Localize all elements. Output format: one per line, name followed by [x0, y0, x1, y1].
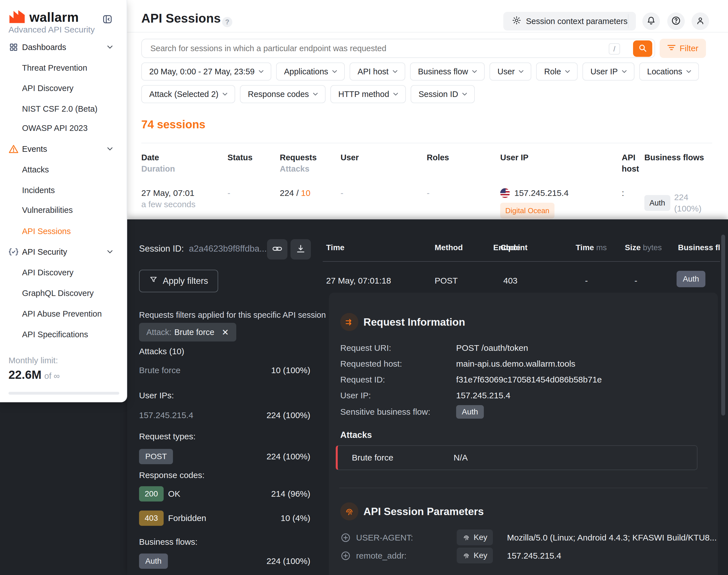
col-api-host[interactable]: APIhost — [622, 152, 644, 174]
attack-detail-row[interactable]: Brute force N/A — [336, 445, 697, 470]
sidebar-item-owasp-api[interactable]: OWASP API 2023 — [0, 120, 127, 137]
cell-roles: - — [427, 188, 500, 218]
close-icon[interactable]: ✕ — [222, 327, 229, 337]
applications-filter[interactable]: Applications — [276, 63, 345, 80]
chevron-down-icon — [107, 249, 112, 255]
gear-icon — [512, 15, 521, 27]
header-divider — [127, 32, 728, 33]
search-input[interactable] — [150, 44, 655, 53]
sidebar-group-events[interactable]: Events — [0, 140, 127, 158]
col-time-ms[interactable]: Time ms — [576, 243, 607, 252]
download-icon — [296, 244, 306, 255]
col-endpoint-code[interactable]: Endpoint Code — [479, 243, 542, 255]
us-flag-icon — [500, 188, 510, 198]
request-row-time[interactable]: 27 May, 07:01:18 — [326, 276, 391, 285]
remote-addr-param-row: remote_addr: Key 157.245.215.4 — [340, 548, 706, 565]
date-range-filter[interactable]: 20 May, 0:00 - 27 May, 23:59 — [141, 63, 271, 80]
col-business-flows-dark[interactable]: Business fl — [678, 243, 720, 252]
response-code-403-row[interactable]: 403 Forbidden 10 (4%) — [139, 511, 310, 526]
col-time[interactable]: Time — [326, 243, 345, 252]
sidebar-item-api-discovery-2[interactable]: API Discovery — [0, 264, 127, 281]
sensitive-flow-row: Sensitive business flow: Auth — [340, 404, 706, 420]
request-type-stat-row[interactable]: POST 224 (100%) — [139, 449, 310, 464]
sidebar-group-dashboards[interactable]: Dashboards — [0, 39, 127, 56]
sidebar-item-threat-prevention[interactable]: Threat Prevention — [0, 59, 127, 76]
sidebar-item-graphql-discovery[interactable]: GraphQL Discovery — [0, 285, 127, 302]
col-roles[interactable]: Roles — [427, 152, 500, 174]
sidebar-item-nist-csf[interactable]: NIST CSF 2.0 (Beta) — [0, 100, 127, 117]
sidebar-item-api-discovery[interactable]: API Discovery — [0, 80, 127, 97]
col-user[interactable]: User — [341, 152, 427, 174]
request-row-size: - — [634, 276, 637, 285]
user-ip-filter[interactable]: User IP — [583, 63, 634, 80]
search-button[interactable] — [633, 40, 652, 57]
col-date[interactable]: DateDuration — [141, 152, 228, 174]
attack-filter[interactable]: Attack (Selected 2) — [141, 85, 235, 103]
col-status[interactable]: Status — [228, 152, 280, 174]
person-icon — [695, 16, 705, 27]
circle-plus-icon[interactable] — [340, 550, 351, 562]
attack-filter-chip[interactable]: Attack: Brute force ✕ — [139, 323, 236, 341]
help-button[interactable] — [667, 12, 685, 30]
business-flow-filter[interactable]: Business flow — [410, 63, 485, 80]
apply-filters-label: Apply filters — [163, 276, 208, 286]
http-method-filter[interactable]: HTTP method — [331, 85, 406, 103]
cell-api-host: : — [622, 188, 644, 218]
attack-stat-row[interactable]: Brute force 10 (100%) — [139, 366, 310, 375]
search-shortcut-key: / — [609, 43, 620, 55]
sidebar-item-api-abuse-prevention[interactable]: API Abuse Prevention — [0, 305, 127, 322]
locations-filter[interactable]: Locations — [639, 63, 699, 80]
filter-button[interactable]: Filter — [660, 39, 706, 58]
sidebar-item-api-specifications[interactable]: API Specifications — [0, 326, 127, 343]
user-ip-stat-row[interactable]: 157.245.215.4 224 (100%) — [139, 410, 310, 420]
col-user-ip[interactable]: User IP — [500, 152, 622, 174]
api-host-filter[interactable]: API host — [350, 63, 405, 80]
brand-name[interactable]: wallarm — [29, 10, 79, 25]
collapse-sidebar-button[interactable] — [102, 13, 113, 25]
header-vertical-divider — [628, 14, 628, 28]
grid-icon — [8, 42, 19, 52]
card-divider — [339, 488, 708, 488]
request-info-title: Request Information — [363, 316, 465, 328]
session-id-filter[interactable]: Session ID — [411, 85, 475, 103]
download-button[interactable] — [290, 239, 311, 260]
bell-icon — [646, 16, 656, 27]
session-id-label: Session ID: — [139, 244, 184, 254]
notifications-button[interactable] — [643, 12, 660, 30]
sidebar-item-incidents[interactable]: Incidents — [0, 182, 127, 199]
user-agent-param-row: USER-AGENT: Key Mozilla/5.0 (Linux; Andr… — [340, 530, 706, 546]
col-requests[interactable]: RequestsAttacks — [280, 152, 341, 174]
cell-date: 27 May, 07:01a few seconds — [141, 188, 228, 218]
link-icon — [272, 243, 283, 255]
session-row[interactable]: 27 May, 07:01a few seconds - 224 / 10 - … — [141, 174, 712, 218]
sidebar-item-vulnerabilities[interactable]: Vulnerabilities — [0, 202, 127, 218]
copy-link-button[interactable] — [267, 239, 287, 260]
sidebar-item-api-sessions[interactable]: API Sessions — [0, 223, 127, 240]
search-bar: / — [141, 39, 655, 58]
response-codes-filter[interactable]: Response codes — [240, 85, 325, 103]
cell-user-ip: 157.245.215.4 Digital Ocean — [500, 188, 622, 218]
session-context-parameters-button[interactable]: Session context parameters — [503, 12, 636, 31]
session-id-row: Session ID: a2a4623b9f8ffdba... — [139, 244, 267, 254]
user-filter[interactable]: User — [489, 63, 531, 80]
role-filter[interactable]: Role — [536, 63, 578, 80]
col-method[interactable]: Method — [435, 243, 463, 252]
session-id-value[interactable]: a2a4623b9f8ffdba... — [189, 244, 267, 254]
key-badge[interactable]: Key — [457, 530, 493, 545]
filter-chips-row-2: Attack (Selected 2) Response codes HTTP … — [141, 85, 475, 103]
sidebar-group-api-security[interactable]: API Security — [0, 243, 127, 260]
user-ips-section-label: User IPs: — [139, 391, 174, 400]
col-business-flows[interactable]: Business flows — [644, 152, 712, 174]
sidebar: wallarm Advanced API Security Dashboards… — [0, 0, 127, 402]
request-row-flow-badge: Auth — [677, 271, 705, 287]
account-button[interactable] — [692, 12, 709, 30]
scrollbar[interactable] — [721, 235, 725, 415]
key-badge[interactable]: Key — [457, 548, 493, 564]
apply-filters-button[interactable]: Apply filters — [139, 270, 218, 292]
sidebar-item-attacks[interactable]: Attacks — [0, 161, 127, 178]
circle-plus-icon[interactable] — [340, 532, 351, 544]
col-size-bytes[interactable]: Size bytes — [625, 243, 662, 252]
title-help-icon[interactable]: ? — [222, 17, 232, 27]
business-flow-stat-row[interactable]: Auth 224 (100%) — [139, 553, 310, 569]
response-code-200-row[interactable]: 200 OK 214 (96%) — [139, 486, 310, 502]
